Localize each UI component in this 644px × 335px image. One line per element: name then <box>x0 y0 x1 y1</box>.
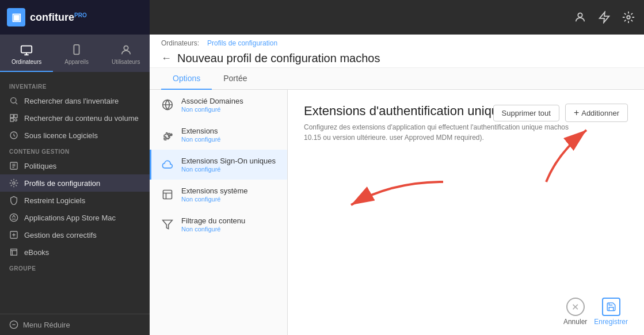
breadcrumb-parent: Ordinateurs: <box>161 39 199 47</box>
config-item-sys-extensions[interactable]: Extensions système Non configuré <box>150 180 287 210</box>
device-icon <box>70 44 83 56</box>
svg-point-2 <box>124 46 128 50</box>
config-item-sso-extensions[interactable]: Extensions Sign-On uniques Non configuré <box>150 150 287 180</box>
sidebar-item-search-inventory[interactable]: Rechercher dans l'inventaire <box>0 92 150 109</box>
save-icon <box>602 298 620 316</box>
config-item-text: Extensions Non configuré <box>181 127 221 143</box>
menu-reduce-icon <box>9 320 18 329</box>
sidebar-item-licenses[interactable]: Sous licence Logiciels <box>0 127 150 144</box>
floppy-icon <box>606 302 616 312</box>
sidebar-item-restrictions[interactable]: Restreint Logiciels <box>0 192 150 209</box>
logo-name: confiture <box>30 12 74 23</box>
remove-all-button[interactable]: Supprimer tout <box>493 105 559 121</box>
breadcrumb-current: Profils de configuration <box>207 39 277 47</box>
add-label: Additionner <box>581 109 619 117</box>
search-icon <box>9 96 18 105</box>
puzzle-icon <box>159 127 176 143</box>
sidebar-item-app-store[interactable]: Applications App Store Mac <box>0 209 150 226</box>
save-label: Enregistrer <box>594 318 628 326</box>
user-icon[interactable] <box>574 11 586 24</box>
sidebar-item-label: Sous licence Logiciels <box>24 131 98 140</box>
config-item-content-filter[interactable]: Filtrage du contenu Non configuré <box>150 210 287 239</box>
menu-reduce-button[interactable]: Menu Réduire <box>9 320 140 329</box>
save-button[interactable]: Enregistrer <box>594 298 628 326</box>
sidebar-bottom: Menu Réduire <box>0 314 150 335</box>
svg-rect-1 <box>74 45 79 55</box>
logo-icon: ▣ <box>7 8 25 26</box>
sidebar-item-config-profiles[interactable]: Profils de configuration <box>0 174 150 192</box>
svg-rect-6 <box>10 119 13 121</box>
content-panel: Ordinateurs: Profils de configuration ← … <box>150 35 644 335</box>
sidebar-item-ebooks[interactable]: eBooks <box>0 243 150 261</box>
config-item-name: Filtrage du contenu <box>181 216 245 225</box>
svg-rect-0 <box>21 46 32 53</box>
add-button[interactable]: + Additionner <box>565 104 628 122</box>
config-item-status: Non configuré <box>181 136 221 143</box>
sys-ext-icon <box>159 186 176 203</box>
arrow-left-indicator <box>334 170 449 228</box>
svg-rect-4 <box>10 115 13 117</box>
detail-actions: Supprimer tout + Additionner <box>493 104 628 122</box>
logo-pro: PRO <box>74 12 87 18</box>
nav-utilisateurs-label: Utilisateurs <box>112 59 140 65</box>
sidebar: ▣ confiturePRO Ordinateurs Appareils Uti… <box>0 0 150 335</box>
config-item-name: Extensions système <box>181 186 248 195</box>
section-title-inventaire: INVENTAIRE <box>0 79 150 92</box>
svg-point-14 <box>578 13 582 17</box>
back-button[interactable]: ← <box>161 52 172 64</box>
tab-portee[interactable]: Portée <box>212 68 258 90</box>
config-item-text: Extensions Sign-On uniques Non configuré <box>181 157 276 173</box>
shield-icon <box>9 196 18 205</box>
config-item-name: Associé Domaines <box>181 97 243 105</box>
settings-icon[interactable] <box>622 11 635 24</box>
section-title-groupe: GROUPE <box>0 261 150 274</box>
cloud-icon <box>159 157 176 173</box>
panel-footer: ✕ Annuler Enregistrer <box>563 298 628 326</box>
nav-ordinateurs[interactable]: Ordinateurs <box>0 39 53 72</box>
patch-icon <box>9 230 18 239</box>
config-item-name: Extensions <box>181 127 221 135</box>
svg-point-3 <box>11 98 16 103</box>
nav-tabs: Ordinateurs Appareils Utilisateurs <box>0 35 150 72</box>
license-icon <box>9 131 18 140</box>
page-header: ← Nouveau profil de configuration machos <box>150 47 644 68</box>
svg-point-16 <box>627 16 630 19</box>
computer-icon <box>20 44 33 56</box>
nav-appareils-label: Appareils <box>64 59 89 65</box>
sidebar-item-label: Profils de configuration <box>24 179 100 188</box>
logo-text: confiturePRO <box>30 12 87 24</box>
sidebar-item-policies[interactable]: Politiques <box>0 157 150 174</box>
sidebar-item-label: Gestion des correctifs <box>24 231 97 239</box>
config-item-text: Extensions système Non configuré <box>181 186 248 203</box>
svg-point-10 <box>13 182 15 184</box>
grid-search-icon <box>9 113 18 123</box>
config-item-text: Filtrage du contenu Non configuré <box>181 216 245 233</box>
nav-appareils[interactable]: Appareils <box>53 39 100 72</box>
breadcrumb: Ordinateurs: Profils de configuration <box>150 35 644 47</box>
sidebar-item-search-volume[interactable]: Rechercher du contenu du volume <box>0 109 150 127</box>
sidebar-item-label: eBooks <box>24 248 49 257</box>
svg-rect-18 <box>163 191 172 199</box>
sidebar-item-patches[interactable]: Gestion des correctifs <box>0 226 150 243</box>
detail-description: Configurez des extensions d'application … <box>304 122 580 143</box>
menu-reduce-label: Menu Réduire <box>23 321 70 329</box>
main-content: Ordinateurs: Profils de configuration ← … <box>150 0 644 335</box>
nav-utilisateurs[interactable]: Utilisateurs <box>100 39 151 72</box>
top-header <box>150 0 644 35</box>
sidebar-item-label: Restreint Logiciels <box>24 196 85 205</box>
config-item-extensions[interactable]: Extensions Non configuré <box>150 120 287 150</box>
config-item-assoc-domains[interactable]: Associé Domaines Non configuré <box>150 90 287 120</box>
config-item-text: Associé Domaines Non configuré <box>181 97 243 113</box>
sidebar-item-label: Applications App Store Mac <box>24 214 116 222</box>
tab-options[interactable]: Options <box>161 68 212 90</box>
panels-wrapper: Associé Domaines Non configuré Extension… <box>150 90 644 335</box>
sidebar-item-label: Rechercher du contenu du volume <box>24 114 139 123</box>
filter-icon <box>159 216 176 233</box>
appstore-icon <box>9 213 18 222</box>
cancel-label: Annuler <box>563 318 587 326</box>
sidebar-item-label: Politiques <box>24 162 56 170</box>
config-item-status: Non configuré <box>181 106 243 113</box>
cancel-button[interactable]: ✕ Annuler <box>563 298 587 326</box>
lightning-icon[interactable] <box>598 11 611 24</box>
globe-icon <box>159 97 176 113</box>
